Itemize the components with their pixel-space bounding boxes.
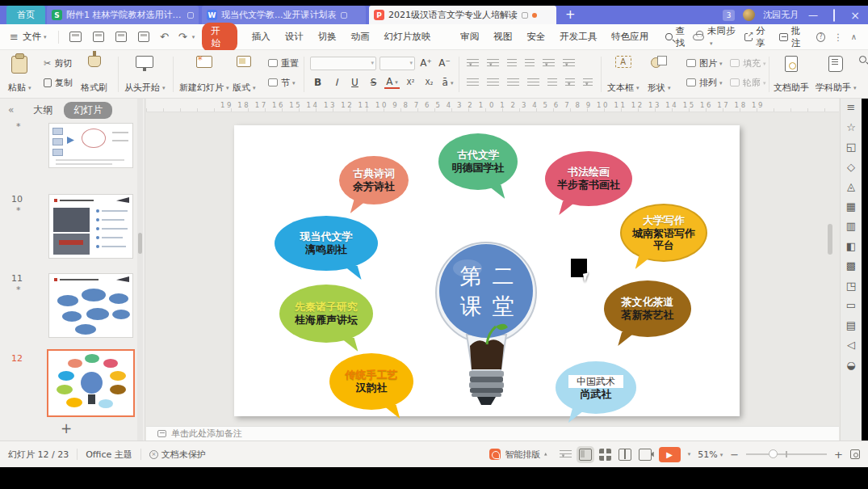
switch-window-icon[interactable]: ◱ xyxy=(846,141,856,152)
bubble-traditional-crafts[interactable]: 传统手工艺 汉韵社 xyxy=(329,353,413,410)
zoom-slider-knob[interactable] xyxy=(769,449,778,458)
font-color-button[interactable]: A xyxy=(384,76,400,89)
redo-icon[interactable]: ↷ xyxy=(178,31,187,43)
slide-thumbnail-10[interactable] xyxy=(48,194,133,259)
subscript-button[interactable]: X₂ xyxy=(421,78,437,86)
tab-view[interactable]: 视图 xyxy=(493,31,512,43)
export-icon[interactable] xyxy=(93,32,104,42)
pin-icon[interactable] xyxy=(522,12,528,19)
shapes-button[interactable]: 形状 xyxy=(648,53,671,95)
collapse-ribbon-icon[interactable]: ∧ xyxy=(851,32,857,41)
columns-icon[interactable] xyxy=(565,78,575,87)
superscript-button[interactable]: X² xyxy=(403,78,418,86)
align-left-icon[interactable] xyxy=(467,78,479,87)
current-slide[interactable]: 古典诗词 余芳诗社 古代文学 明德国学社 书法绘画 半步斋书画社 现当代文学 漓 xyxy=(234,125,740,416)
tab-transition[interactable]: 切换 xyxy=(318,31,337,43)
comment-button[interactable]: 批注 xyxy=(779,25,807,49)
font-family-select[interactable] xyxy=(310,57,376,70)
bubble-tea-culture[interactable]: 茶文化茶道 茗新茶艺社 xyxy=(604,280,691,337)
bubble-martial-arts[interactable]: 中国武术 尚武社 xyxy=(556,361,636,414)
share-button[interactable]: 分享 xyxy=(744,25,773,49)
paragraph-more-icon[interactable] xyxy=(583,78,593,87)
slide-thumbnail-12-selected[interactable] xyxy=(47,349,135,417)
design-tools-icon[interactable]: ◬ xyxy=(847,181,855,192)
zoom-in-button[interactable]: + xyxy=(834,449,843,461)
format-painter-button[interactable]: 格式刷 xyxy=(81,53,107,95)
doc-tab-spreadsheet[interactable]: S 附件1 桂林学院教材选用计划表 xyxy=(47,6,199,24)
subject-assistant-button[interactable]: 学科助手 xyxy=(816,53,857,95)
chart-icon[interactable]: ▥ xyxy=(846,221,856,231)
bubble-ancient-literature[interactable]: 古代文学 明德国学社 xyxy=(438,133,518,190)
undo-icon[interactable]: ↶ xyxy=(160,31,169,43)
doc-tab-document[interactable]: W 现当代文学教...业开课计划表 xyxy=(202,6,366,24)
add-slide-button[interactable]: + xyxy=(61,420,72,436)
find-button[interactable]: 查找 xyxy=(665,25,693,49)
justify-icon[interactable] xyxy=(527,78,539,87)
increase-font-icon[interactable]: A⁺ xyxy=(418,57,434,69)
help-icon[interactable]: ? xyxy=(816,32,825,42)
tab-slideshow[interactable]: 幻灯片放映 xyxy=(384,31,431,43)
decrease-indent-icon[interactable] xyxy=(507,59,517,68)
tab-security[interactable]: 安全 xyxy=(526,31,545,43)
normal-view-button[interactable] xyxy=(579,449,592,461)
avatar[interactable] xyxy=(743,9,755,21)
home-tab[interactable]: 首页 xyxy=(6,6,45,24)
textbox-button[interactable]: A 文本框 xyxy=(607,53,639,95)
slide-thumbnail-11[interactable] xyxy=(48,273,133,338)
collapse-panel-icon[interactable]: « xyxy=(8,104,14,116)
line-spacing-icon[interactable] xyxy=(563,59,575,68)
notes-bar[interactable]: 单击此处添加备注 xyxy=(146,426,839,441)
export-share-icon[interactable]: ◳ xyxy=(846,280,856,291)
doc-tab-presentation-active[interactable]: P 2021级汉语言文学专业人培解读 xyxy=(369,6,556,24)
numbered-list-icon[interactable] xyxy=(487,59,499,68)
text-direction-icon[interactable] xyxy=(543,59,555,68)
quickbar-caret-icon[interactable]: ▾ xyxy=(192,34,195,40)
decrease-font-icon[interactable]: A⁻ xyxy=(437,57,452,69)
clipped-find-group[interactable] xyxy=(859,53,868,95)
align-center-icon[interactable] xyxy=(487,78,499,87)
play-slideshow-button[interactable]: ▶ xyxy=(659,447,681,462)
insert-shapes-icon[interactable]: ◇ xyxy=(847,162,855,172)
sync-status[interactable]: 未同步 xyxy=(693,25,738,48)
save-icon[interactable] xyxy=(69,32,81,42)
play-options-caret-icon[interactable]: ▾ xyxy=(688,451,691,457)
file-menu[interactable]: 文件 xyxy=(23,31,47,43)
canvas-scrollbar-thumb[interactable] xyxy=(828,224,832,255)
section-button[interactable]: 节 xyxy=(268,73,299,92)
from-beginning-button[interactable]: 从头开始 xyxy=(124,53,166,95)
smart-effects-icon[interactable]: ☆ xyxy=(846,122,856,133)
font-size-select[interactable] xyxy=(379,57,415,70)
align-right-icon[interactable] xyxy=(507,78,519,87)
slide-thumbnail-9[interactable] xyxy=(48,123,133,168)
presenter-view-button[interactable] xyxy=(639,449,652,461)
slide-sorter-view-button[interactable] xyxy=(599,449,611,461)
distribute-icon[interactable] xyxy=(547,78,557,87)
tab-review[interactable]: 审阅 xyxy=(460,31,479,43)
doc-assistant-button[interactable]: 文档助手 xyxy=(774,53,809,95)
layout-grid-icon[interactable]: ▦ xyxy=(846,201,856,212)
cut-button[interactable]: ✂ 剪切 xyxy=(44,53,73,73)
picture-button[interactable]: 图片 xyxy=(686,53,723,73)
notes-toggle-icon[interactable] xyxy=(560,450,572,459)
panel-scrollbar-thumb[interactable] xyxy=(138,233,142,254)
zoom-level[interactable]: 51% xyxy=(698,449,723,460)
underline-button[interactable]: U xyxy=(347,77,363,88)
pin-icon[interactable] xyxy=(187,12,194,19)
arrange-button[interactable]: 排列 xyxy=(686,73,723,92)
tab-developer[interactable]: 开发工具 xyxy=(560,31,597,43)
notification-badge[interactable]: 3 xyxy=(723,10,735,21)
theme-name[interactable]: Office 主题 xyxy=(86,449,132,461)
bubble-pre-qin-studies[interactable]: 先秦诸子研究 桂海雁声讲坛 xyxy=(279,285,373,343)
clear-format-button[interactable]: ā xyxy=(440,77,455,88)
print-icon[interactable] xyxy=(115,32,127,42)
tab-insert[interactable]: 插入 xyxy=(252,31,270,43)
tab-animation[interactable]: 动画 xyxy=(351,31,370,43)
maximize-button[interactable] xyxy=(828,10,841,21)
zoom-out-button[interactable]: − xyxy=(730,449,739,461)
fit-slide-button[interactable] xyxy=(850,449,860,459)
bold-button[interactable]: B xyxy=(310,77,325,88)
bubble-college-writing[interactable]: 大学写作 城南絮语写作平台 xyxy=(620,204,707,262)
layout-button[interactable]: 版式 xyxy=(233,53,256,95)
bullet-list-icon[interactable] xyxy=(467,59,479,68)
increase-indent-icon[interactable] xyxy=(525,59,535,68)
